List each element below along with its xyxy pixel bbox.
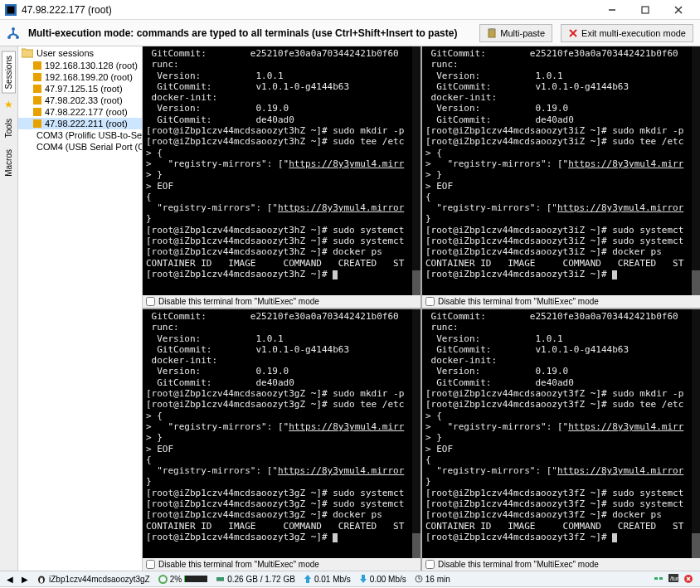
- multi-paste-button[interactable]: Multi-paste: [479, 24, 552, 42]
- cpu-bar-icon: [184, 576, 207, 582]
- svg-rect-21: [216, 581, 224, 581]
- star-icon: ★: [4, 99, 13, 110]
- clock-icon: [415, 575, 423, 583]
- terminal-grid: GitCommit: e25210fe30a0a703442421b0f60 r…: [143, 46, 700, 571]
- session-item-label: 192.168.199.20 (root): [45, 72, 133, 82]
- tab-macros[interactable]: Macros: [2, 146, 15, 180]
- status-cpu: 2%: [158, 575, 207, 584]
- status-host-tab[interactable]: iZbp1czv44mcdsaoozyt3gZ: [36, 574, 150, 584]
- scrollbar[interactable]: [692, 46, 700, 295]
- svg-point-7: [7, 36, 11, 39]
- svg-rect-3: [642, 7, 649, 13]
- svg-point-6: [12, 27, 15, 31]
- svg-point-15: [40, 577, 41, 578]
- session-item[interactable]: 47.98.222.177 (root): [18, 106, 142, 118]
- disable-multiexec-checkbox[interactable]: [146, 297, 155, 306]
- multiexec-hint: Multi-execution mode: commands are typed…: [28, 27, 471, 39]
- status-down-speed: 0.00 Mb/s: [359, 575, 406, 584]
- tab-tools[interactable]: Tools: [2, 115, 15, 141]
- svg-point-14: [40, 578, 43, 583]
- status-extra-icons: /tun: [654, 574, 693, 584]
- main-area: Sessions ★ Tools Macros User sessions 19…: [0, 46, 700, 571]
- scrollbar[interactable]: [412, 46, 420, 295]
- disable-multiexec-checkbox[interactable]: [425, 560, 435, 569]
- tab-sessions[interactable]: Sessions: [2, 51, 16, 94]
- ssh-icon: [33, 108, 41, 116]
- status-up-speed: 0.01 Mb/s: [304, 575, 351, 584]
- scrollbar[interactable]: [692, 309, 700, 558]
- terminal-pane-0[interactable]: GitCommit: e25210fe30a0a703442421b0f60 r…: [143, 46, 420, 308]
- window-title: 47.98.222.177 (root): [22, 4, 595, 16]
- terminal-pane-1[interactable]: GitCommit: e25210fe30a0a703442421b0f60 r…: [422, 46, 700, 308]
- session-item-label: 47.98.202.33 (root): [45, 95, 123, 105]
- session-item-label: COM4 (USB Serial Port (CO: [36, 142, 142, 152]
- svg-rect-19: [184, 576, 185, 582]
- svg-text:/tun: /tun: [670, 576, 678, 581]
- disable-multiexec-checkbox[interactable]: [425, 297, 435, 306]
- session-item[interactable]: 47.98.202.33 (root): [18, 95, 142, 106]
- terminal-icon[interactable]: /tun: [668, 574, 678, 584]
- close-button[interactable]: [662, 2, 695, 18]
- ssh-icon: [33, 96, 41, 104]
- ssh-icon: [33, 61, 41, 70]
- upload-icon: [304, 575, 312, 583]
- penguin-icon: [36, 574, 46, 584]
- ssh-icon: [33, 119, 41, 128]
- svg-point-17: [159, 576, 167, 583]
- tabscroll-left-icon[interactable]: ◀: [7, 575, 13, 584]
- paste-icon: [487, 28, 497, 38]
- session-item-label: COM3 (Prolific USB-to-Serial: [36, 130, 142, 140]
- svg-rect-24: [659, 577, 663, 580]
- session-item-label: 47.98.222.211 (root): [45, 119, 128, 129]
- minimize-button[interactable]: [595, 2, 629, 18]
- session-item-label: 47.98.222.177 (root): [45, 107, 128, 117]
- terminal-pane-2[interactable]: GitCommit: e25210fe30a0a703442421b0f60 r…: [143, 309, 420, 571]
- status-uptime: 16 min: [415, 575, 450, 584]
- exit-multiexec-button[interactable]: Exit multi-execution mode: [561, 24, 693, 42]
- download-icon: [359, 575, 367, 583]
- sessions-panel: User sessions 192.168.130.128 (root)192.…: [18, 46, 143, 571]
- maximize-button[interactable]: [629, 2, 662, 18]
- folder-icon: [22, 48, 33, 58]
- status-bar: ◀ ▶ iZbp1czv44mcdsaoozyt3gZ 2% 0.26 GB /…: [0, 571, 700, 586]
- cpu-icon: [158, 575, 168, 584]
- svg-point-16: [41, 577, 42, 578]
- session-item-label: 47.97.125.15 (root): [45, 84, 123, 94]
- ram-icon: [216, 575, 225, 584]
- ssh-icon: [33, 73, 41, 81]
- session-item[interactable]: 192.168.130.128 (root): [18, 60, 142, 71]
- disable-multiexec-checkbox[interactable]: [146, 560, 155, 569]
- session-item[interactable]: 47.98.222.211 (root): [18, 118, 142, 129]
- terminal-pane-3[interactable]: GitCommit: e25210fe30a0a703442421b0f60 r…: [422, 309, 700, 571]
- ssh-icon: [33, 85, 41, 93]
- app-logo-icon: [5, 4, 17, 16]
- tabscroll-right-icon[interactable]: ▶: [22, 575, 28, 584]
- sessions-folder[interactable]: User sessions: [18, 46, 142, 60]
- close-icon: [568, 28, 578, 38]
- svg-rect-18: [184, 576, 207, 582]
- session-item[interactable]: 192.168.199.20 (root): [18, 71, 142, 83]
- multiexec-toolbar: Multi-execution mode: commands are typed…: [0, 20, 700, 46]
- svg-rect-20: [216, 577, 224, 581]
- session-item[interactable]: COM4 (USB Serial Port (CO: [18, 141, 142, 153]
- scrollbar[interactable]: [412, 309, 420, 558]
- svg-rect-23: [654, 577, 658, 580]
- svg-rect-1: [7, 6, 15, 13]
- svg-rect-10: [490, 28, 493, 31]
- multiexec-icon: [7, 27, 20, 40]
- side-tabs: Sessions ★ Tools Macros: [0, 46, 18, 571]
- session-item[interactable]: COM3 (Prolific USB-to-Serial: [18, 129, 142, 141]
- close-red-icon[interactable]: [683, 574, 693, 584]
- status-mem: 0.26 GB / 1.72 GB: [216, 575, 295, 584]
- network-icon[interactable]: [654, 574, 664, 584]
- window-titlebar: 47.98.222.177 (root): [0, 0, 700, 20]
- svg-point-8: [16, 36, 19, 39]
- session-item[interactable]: 47.97.125.15 (root): [18, 83, 142, 95]
- session-item-label: 192.168.130.128 (root): [45, 61, 138, 70]
